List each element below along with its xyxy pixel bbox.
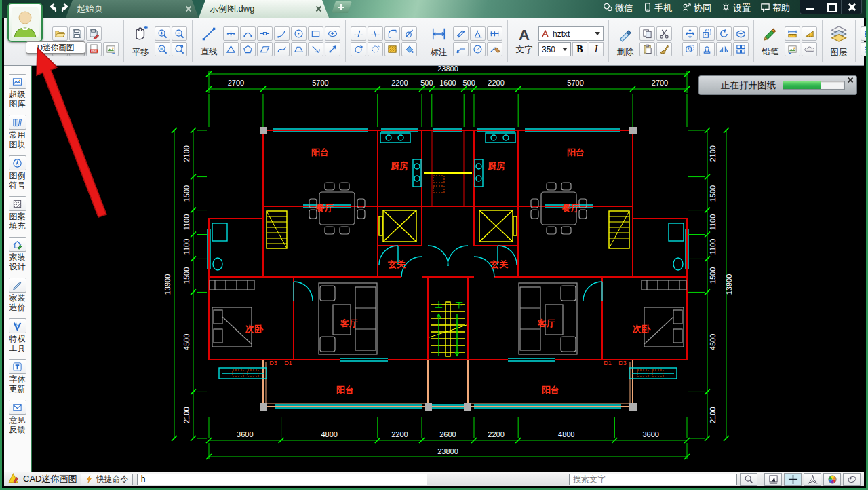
settings-button[interactable]: 设置 — [721, 2, 751, 14]
ellipse-button[interactable] — [325, 26, 340, 41]
italic-button[interactable]: I — [589, 42, 604, 56]
crosshair-button[interactable] — [784, 473, 802, 486]
revision-circle-button[interactable] — [368, 42, 383, 56]
help-button[interactable]: 帮助 — [760, 2, 790, 14]
polar-tracking-button[interactable] — [804, 473, 821, 486]
quick-command-button[interactable]: 快捷命令 — [81, 474, 133, 485]
tangent-circle-button[interactable] — [401, 26, 417, 41]
revision-cloud-button[interactable] — [802, 42, 817, 56]
trapezoid-button[interactable] — [291, 42, 307, 56]
mobile-button[interactable]: 手机 — [642, 2, 672, 14]
maximize-button[interactable] — [821, 0, 841, 14]
tab-close-icon[interactable] — [315, 5, 322, 12]
save-file-button[interactable] — [69, 26, 85, 41]
dim-linear-icon[interactable] — [430, 25, 448, 45]
parallelogram-button[interactable] — [257, 42, 273, 56]
dashlines-button[interactable] — [861, 42, 868, 56]
dim-leader-button[interactable] — [453, 42, 469, 56]
back-arrow-icon[interactable] — [47, 3, 58, 14]
move-button[interactable] — [682, 26, 698, 41]
midline-button[interactable] — [257, 26, 273, 41]
sidebar-item-blocks[interactable]: 常用图块 — [9, 115, 26, 149]
double-arrow-button[interactable] — [325, 42, 340, 56]
dim-aligned-button[interactable] — [453, 26, 469, 41]
break-circle-button[interactable] — [351, 42, 366, 56]
zoom-in-button[interactable] — [155, 26, 170, 41]
rotate-button[interactable] — [716, 26, 732, 41]
array-button[interactable] — [733, 42, 749, 56]
offset-button[interactable] — [682, 42, 698, 56]
measure-area-button[interactable] — [802, 26, 817, 41]
trim-button[interactable] — [351, 26, 366, 41]
measure-length-button[interactable] — [785, 26, 800, 41]
toast-close-icon[interactable] — [847, 77, 854, 83]
sidebar-item-symbols[interactable]: 图例符号 — [9, 155, 26, 190]
triangle-button[interactable] — [223, 42, 239, 56]
bold-button[interactable]: B — [572, 42, 587, 56]
osnap-button[interactable] — [764, 473, 782, 486]
erase-pen-icon[interactable] — [617, 26, 633, 45]
fill-color-button[interactable] — [401, 42, 417, 56]
color-wheel-mini-button[interactable] — [823, 473, 841, 486]
stamp-button[interactable] — [699, 42, 715, 56]
paste-button[interactable] — [639, 42, 655, 56]
sidebar-item-font-update[interactable]: 字体更新 — [9, 359, 26, 394]
lineweight-button[interactable] — [843, 473, 861, 486]
font-size-select[interactable]: 350 — [538, 42, 571, 56]
search-button[interactable] — [740, 473, 757, 486]
mirror-button[interactable] — [716, 42, 732, 56]
rectangle-button[interactable] — [308, 26, 323, 41]
pdf-export-button[interactable]: PDF — [86, 42, 102, 56]
sidebar-item-home-design[interactable]: 家装设计 — [9, 237, 26, 271]
curve-button[interactable] — [274, 26, 290, 41]
fillet-button[interactable] — [384, 26, 400, 41]
circle-button[interactable] — [291, 26, 307, 41]
sidebar-item-feedback[interactable]: 意见反馈 — [9, 400, 26, 434]
pentagon-button[interactable] — [240, 42, 256, 56]
dim-style-button[interactable] — [487, 42, 502, 56]
dim-continue-button[interactable] — [487, 26, 502, 41]
tab-drawing[interactable]: 示例图.dwg — [199, 0, 329, 18]
format-brush-button[interactable] — [656, 42, 672, 56]
sidebar-item-hatch-fill[interactable]: 图案填充 — [9, 196, 26, 231]
spline-button[interactable] — [274, 42, 290, 56]
pencil-icon[interactable] — [762, 26, 778, 45]
copy-button[interactable] — [639, 26, 655, 41]
user-avatar-button[interactable] — [7, 3, 43, 42]
scale-button[interactable] — [699, 26, 715, 41]
sidebar-item-gallery[interactable]: 超级图库 — [9, 74, 26, 109]
new-tab-button[interactable] — [332, 1, 352, 13]
pan-hand-icon[interactable] — [132, 25, 149, 45]
sidebar-item-home-cost[interactable]: 家装造价 — [9, 278, 26, 312]
close-button[interactable] — [841, 0, 861, 14]
command-input[interactable] — [137, 474, 427, 485]
rotate-3d-button[interactable] — [733, 26, 749, 41]
arc-button[interactable] — [240, 26, 256, 41]
extend-button[interactable] — [368, 26, 383, 41]
multiline-button[interactable] — [861, 26, 868, 41]
sidebar-item-vip[interactable]: 特权工具 — [9, 318, 26, 353]
save-as-button[interactable] — [86, 26, 102, 41]
layers-icon[interactable] — [830, 25, 848, 45]
zoom-out-button[interactable] — [172, 26, 187, 41]
image-export-button[interactable] — [103, 42, 119, 56]
tab-start-page[interactable]: 起始页 — [66, 0, 199, 18]
zoom-extents-button[interactable] — [172, 42, 187, 56]
drawing-canvas[interactable]: 2700570022005001600500220057002700238003… — [32, 66, 864, 472]
font-select[interactable]: hztxt — [538, 26, 604, 41]
hatch-button[interactable] — [384, 42, 400, 56]
dim-angular-button[interactable] — [470, 26, 486, 41]
open-file-button[interactable] — [52, 26, 68, 41]
polyline-button[interactable] — [223, 26, 239, 41]
dim-radius-button[interactable] — [470, 42, 486, 56]
insert-image-button[interactable] — [785, 42, 800, 56]
text-tool-icon[interactable]: A — [519, 28, 530, 43]
cut-button[interactable] — [656, 26, 672, 41]
arrow-button[interactable] — [308, 42, 323, 56]
zoom-window-button[interactable] — [155, 42, 170, 56]
line-tool-icon[interactable] — [201, 26, 217, 45]
search-input[interactable] — [569, 474, 737, 485]
collab-button[interactable]: 协同 — [682, 2, 711, 14]
tab-close-icon[interactable] — [185, 5, 192, 12]
wechat-button[interactable]: 微信 — [603, 2, 633, 14]
